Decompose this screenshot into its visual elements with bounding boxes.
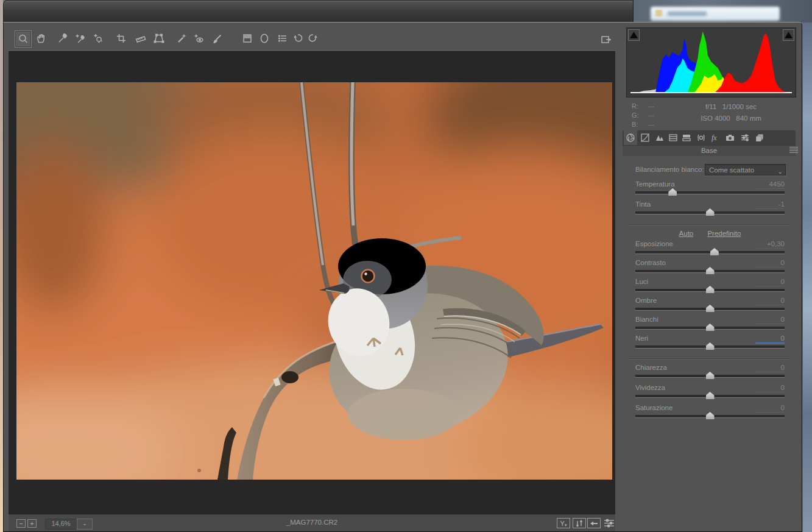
slider-row-luci: Luci0 xyxy=(635,278,785,297)
slider-label: Tinta xyxy=(635,200,651,208)
zoom-level-field[interactable]: 14,6% xyxy=(45,519,77,530)
adjustment-brush-tool-button[interactable] xyxy=(210,30,225,46)
exif-line2: ISO 4000 840 mm xyxy=(673,115,789,122)
slider-thumb[interactable] xyxy=(706,412,715,419)
slider-value-field[interactable]: 0 xyxy=(755,297,785,305)
slider-value-field[interactable]: 0 xyxy=(755,259,785,268)
slider-thumb[interactable] xyxy=(706,267,715,274)
svg-text:fx: fx xyxy=(711,133,717,142)
slider-row-neri: Neri0 xyxy=(635,335,785,353)
slider-thumb[interactable] xyxy=(706,372,715,379)
background-blurred-icon xyxy=(655,10,662,16)
default-link[interactable]: Predefinito xyxy=(707,230,741,237)
slider-value-field[interactable]: 0 xyxy=(755,316,785,324)
tone-links: Auto Predefinito xyxy=(635,230,785,237)
slider-thumb[interactable] xyxy=(668,188,677,196)
histogram xyxy=(626,27,796,98)
slider-thumb[interactable] xyxy=(706,305,715,312)
tab-basic[interactable] xyxy=(624,130,637,145)
tab-effects[interactable]: fx xyxy=(709,130,722,145)
slider-track[interactable] xyxy=(635,395,785,398)
shadow-clip-toggle[interactable] xyxy=(628,29,640,41)
slider-track[interactable] xyxy=(635,270,785,273)
slider-value-field[interactable]: 0 xyxy=(755,278,785,286)
zoom-in-button[interactable]: + xyxy=(27,519,37,528)
camera-icon xyxy=(725,133,736,143)
radial-filter-tool-button[interactable] xyxy=(256,30,272,46)
fullscreen-toggle-button[interactable] xyxy=(598,32,614,48)
tab-presets[interactable] xyxy=(738,130,752,145)
transform-tool-button[interactable] xyxy=(151,30,167,46)
slider-track[interactable] xyxy=(635,415,785,418)
zoom-out-button[interactable]: − xyxy=(16,519,26,528)
slider-track[interactable] xyxy=(635,251,785,254)
tab-detail[interactable] xyxy=(653,130,666,145)
highlight-clip-toggle[interactable] xyxy=(783,29,794,41)
tab-snapshots[interactable] xyxy=(753,130,766,145)
tab-split-toning[interactable] xyxy=(680,130,693,145)
zoom-tool-button[interactable] xyxy=(15,30,32,48)
slider-track[interactable] xyxy=(635,327,785,330)
slider-value-field[interactable]: 0 xyxy=(755,404,785,413)
zoom-level-dropdown[interactable]: ⌄ xyxy=(77,519,93,530)
hand-tool-button[interactable] xyxy=(33,30,49,46)
slider-track[interactable] xyxy=(635,308,785,311)
slider-label: Neri xyxy=(635,335,648,342)
slider-thumb[interactable] xyxy=(706,324,715,331)
slider-value-field[interactable]: 0 xyxy=(755,384,785,392)
straighten-tool-button[interactable] xyxy=(133,30,149,46)
tab-hsl-grayscale[interactable] xyxy=(666,130,680,145)
crop-tool-button[interactable] xyxy=(113,30,129,46)
white-balance-tool-button[interactable] xyxy=(55,30,71,46)
swap-before-after-button[interactable] xyxy=(573,518,586,528)
slider-row-chiarezza: Chiarezza0 xyxy=(635,364,785,384)
sliders-icon xyxy=(603,518,615,528)
color-sampler-tool-button[interactable] xyxy=(72,30,88,46)
background-blurred-text xyxy=(668,12,707,16)
auto-link[interactable]: Auto xyxy=(679,230,694,237)
rotate-right-button[interactable] xyxy=(305,30,321,46)
slider-row-esposizione: Esposizione+0,30 xyxy=(635,240,785,259)
slider-value-field[interactable]: 4450 xyxy=(755,180,785,189)
swap-arrows-icon xyxy=(574,519,584,528)
slider-value-field[interactable]: +0,30 xyxy=(755,240,785,249)
b-value: --- xyxy=(648,121,654,128)
cycle-before-after-button[interactable]: Y▾ xyxy=(557,518,570,528)
tab-camera-calibration[interactable] xyxy=(724,130,737,145)
slider-value-field[interactable]: 0 xyxy=(755,335,785,344)
spot-removal-tool-button[interactable] xyxy=(174,30,189,46)
targeted-adjustment-tool-button[interactable] xyxy=(90,30,106,46)
slider-track[interactable] xyxy=(635,346,785,349)
rotate-left-button[interactable] xyxy=(290,30,306,46)
slider-thumb[interactable] xyxy=(706,392,715,399)
copy-settings-button[interactable] xyxy=(587,518,601,528)
slider-thumb[interactable] xyxy=(706,286,715,293)
slider-thumb[interactable] xyxy=(706,342,715,350)
arrow-left-icon xyxy=(589,519,599,528)
slider-thumb[interactable] xyxy=(706,208,715,216)
slider-row-temperatura: Temperatura4450 xyxy=(635,180,785,200)
slider-track[interactable] xyxy=(635,289,785,292)
slider-track[interactable] xyxy=(635,375,785,378)
slider-thumb[interactable] xyxy=(710,248,719,255)
tab-lens-corrections[interactable] xyxy=(694,130,708,145)
white-balance-select[interactable]: Come scattato ⌄ xyxy=(705,164,786,176)
rotate-cw-icon xyxy=(307,32,319,44)
slider-value-field[interactable]: -1 xyxy=(755,200,785,209)
panel-menu-button[interactable] xyxy=(789,147,798,154)
photo-preview[interactable] xyxy=(16,82,612,480)
preview-preferences-button[interactable] xyxy=(603,518,615,531)
preferences-button[interactable] xyxy=(275,30,291,46)
exif-line1: f/11 1/1000 sec xyxy=(673,103,789,110)
slider-value-field[interactable]: 0 xyxy=(755,364,785,372)
hand-icon xyxy=(35,32,47,44)
graduated-filter-tool-button[interactable] xyxy=(239,30,255,46)
brush-icon xyxy=(211,32,224,44)
ellipse-icon xyxy=(258,32,270,44)
window-titlebar[interactable]: Camera Raw 9.12.1 - Canon EOS 5D Mark IV xyxy=(3,0,634,22)
histogram-plot xyxy=(627,28,796,97)
slider-track[interactable] xyxy=(635,211,785,215)
red-eye-tool-button[interactable] xyxy=(191,30,207,46)
slider-track[interactable] xyxy=(635,191,785,194)
tab-tone-curve[interactable] xyxy=(638,130,652,145)
